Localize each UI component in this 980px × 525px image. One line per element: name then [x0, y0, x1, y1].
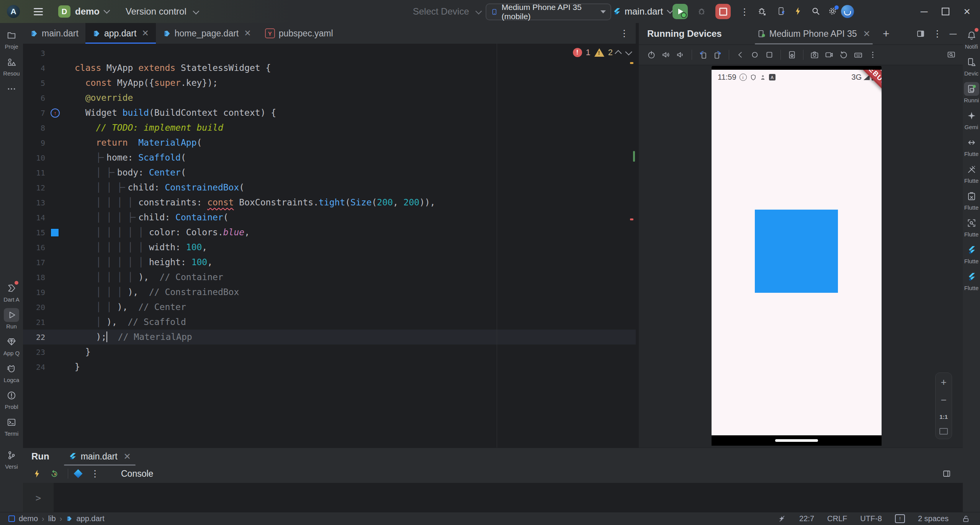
- code-line-14[interactable]: 14 │ │ │ ├╴child: Container(: [23, 210, 636, 225]
- reset-icon[interactable]: [839, 50, 848, 59]
- editor-tab-home_page.dart[interactable]: home_page.dart✕: [156, 23, 258, 44]
- right-stripe-item-notifi[interactable]: Notifi: [963, 28, 980, 50]
- unlock-icon[interactable]: [962, 515, 970, 523]
- vcs-change-stripe-mark[interactable]: [633, 151, 635, 162]
- debug-button[interactable]: [697, 7, 706, 16]
- left-stripe-item-versi[interactable]: Versi: [0, 448, 23, 470]
- project-selector[interactable]: D demo: [58, 5, 108, 18]
- split-panel-icon[interactable]: [916, 29, 925, 38]
- right-stripe-item-flutte[interactable]: Flutte: [963, 270, 980, 291]
- right-stripe-item-devic[interactable]: Devic: [963, 55, 980, 77]
- left-stripe-item-more[interactable]: [0, 82, 23, 96]
- inspections-widget[interactable]: ! 1 2: [573, 48, 631, 57]
- close-icon[interactable]: ✕: [124, 451, 131, 462]
- line-ending[interactable]: CRLF: [827, 514, 847, 523]
- code-line-9[interactable]: 9 return MaterialApp(: [23, 135, 636, 150]
- code-line-6[interactable]: 6 @override: [23, 90, 636, 105]
- devsettings-icon[interactable]: [787, 50, 797, 59]
- right-stripe-item-flutte[interactable]: Flutte: [963, 243, 980, 264]
- left-stripe-item-dart-a[interactable]: Dart A: [0, 281, 23, 303]
- more-actions-icon[interactable]: ⋮: [740, 7, 749, 17]
- console-tab[interactable]: Console: [121, 469, 153, 479]
- alertbox-icon[interactable]: !: [895, 514, 905, 523]
- console-output[interactable]: >: [23, 483, 963, 513]
- code-line-13[interactable]: 13 │ │ │ │ constraints: const BoxConstra…: [23, 195, 636, 210]
- settings-gear-icon[interactable]: [828, 7, 837, 16]
- breadcrumb-project[interactable]: demo: [19, 514, 38, 523]
- prev-issue-icon[interactable]: [615, 50, 622, 57]
- panel-options-icon[interactable]: ⋮: [933, 28, 942, 39]
- left-stripe-item-proje[interactable]: Proje: [0, 28, 23, 50]
- close-icon[interactable]: ✕: [142, 28, 149, 38]
- zoom-out-button[interactable]: −: [941, 395, 946, 405]
- close-button[interactable]: ×: [956, 0, 978, 23]
- code-line-5[interactable]: 5 const MyApp({super.key});: [23, 75, 636, 90]
- left-stripe-item-logca[interactable]: Logca: [0, 362, 23, 383]
- layout-icon[interactable]: [942, 469, 951, 478]
- right-stripe-item-gemi[interactable]: Gemi: [963, 109, 980, 130]
- breadcrumb-folder[interactable]: lib: [48, 514, 56, 523]
- editor-tab-pubspec.yaml[interactable]: Ypubspec.yaml: [258, 23, 340, 44]
- caret-position[interactable]: 22:7: [799, 514, 814, 523]
- code-line-22[interactable]: 22 ); // MaterialApp: [23, 330, 636, 345]
- rotateright-icon[interactable]: [713, 50, 722, 59]
- code-line-15[interactable]: 15 │ │ │ │ │ color: Colors.blue,: [23, 225, 636, 240]
- code-line-19[interactable]: 19 │ │ │ ), // ConstrainedBox: [23, 285, 636, 300]
- restore-button[interactable]: [935, 0, 956, 23]
- code-editor[interactable]: 34class MyApp extends StatelessWidget {5…: [23, 44, 636, 448]
- indent-setting[interactable]: 2 spaces: [918, 514, 949, 523]
- code-line-20[interactable]: 20 │ │ ), // Center: [23, 300, 636, 315]
- record-icon[interactable]: [825, 50, 834, 59]
- device-dropdown[interactable]: Medium Phone API 35 (mobile): [486, 3, 611, 20]
- right-stripe-item-flutte[interactable]: Flutte: [963, 162, 980, 184]
- code-line-7[interactable]: 7↑ Widget build(BuildContext context) {: [23, 105, 636, 120]
- code-line-8[interactable]: 8 // TODO: implement build: [23, 120, 636, 135]
- code-line-11[interactable]: 11 │ ├╴body: Center(: [23, 165, 636, 180]
- run-configuration[interactable]: main.dart: [613, 6, 671, 17]
- hide-panel-icon[interactable]: ─: [950, 28, 957, 40]
- avatar[interactable]: [841, 5, 854, 18]
- dart-vm-icon[interactable]: [75, 470, 82, 477]
- close-icon[interactable]: ✕: [244, 28, 251, 38]
- fit-to-window-button[interactable]: [939, 428, 948, 435]
- warning-stripe-mark[interactable]: [630, 62, 633, 64]
- code-line-18[interactable]: 18 │ │ │ │ ), // Container: [23, 270, 636, 285]
- code-line-24[interactable]: 24}: [23, 359, 636, 374]
- code-line-21[interactable]: 21 │ ), // Scaffold: [23, 315, 636, 330]
- right-stripe-item-flutte[interactable]: Flutte: [963, 189, 980, 211]
- stop-button[interactable]: [715, 4, 731, 19]
- code-line-4[interactable]: 4class MyApp extends StatelessWidget {: [23, 61, 636, 75]
- recents-icon[interactable]: [765, 50, 774, 59]
- camera-icon[interactable]: [810, 50, 819, 59]
- minimize-button[interactable]: ─: [913, 0, 935, 23]
- kebab-icon[interactable]: [868, 50, 877, 59]
- left-stripe-item-probl[interactable]: Probl: [0, 389, 23, 410]
- editor-tab-main.dart[interactable]: main.dart: [23, 23, 85, 44]
- emulator-device[interactable]: 11:59 i A 3G DEBUG: [712, 66, 882, 446]
- editor-tab-app.dart[interactable]: app.dart✕: [85, 23, 156, 44]
- encoding[interactable]: UTF-8: [860, 514, 882, 523]
- breadcrumb-file[interactable]: app.dart: [76, 514, 104, 523]
- code-line-3[interactable]: 3: [23, 46, 636, 61]
- left-stripe-item-termi[interactable]: Termi: [0, 415, 23, 437]
- power-icon[interactable]: [647, 50, 656, 59]
- hamburger-menu-icon[interactable]: [34, 8, 43, 15]
- select-device-dropdown[interactable]: Select Device: [413, 6, 480, 17]
- home-icon[interactable]: [750, 50, 759, 59]
- color-swatch-icon[interactable]: [51, 228, 64, 237]
- override-method-icon[interactable]: ↑: [51, 108, 64, 118]
- left-stripe-item-run[interactable]: Run: [0, 308, 23, 330]
- voldown-icon[interactable]: [676, 50, 685, 59]
- left-stripe-item-app-q[interactable]: App Q: [0, 335, 23, 356]
- left-stripe-item-resou[interactable]: Resou: [0, 55, 23, 77]
- attach-debugger-icon[interactable]: [777, 7, 786, 16]
- zoom-in-button[interactable]: +: [941, 377, 946, 387]
- code-line-10[interactable]: 10 ├╴home: Scaffold(: [23, 150, 636, 165]
- tab-options-icon[interactable]: ⋮: [620, 28, 629, 39]
- version-control-menu[interactable]: Version control: [126, 6, 197, 17]
- error-stripe-mark[interactable]: [630, 218, 633, 220]
- back-icon[interactable]: [736, 50, 745, 59]
- search-icon[interactable]: [811, 7, 820, 16]
- breadcrumb[interactable]: demo › lib › app.dart: [0, 514, 105, 523]
- add-device-icon[interactable]: +: [883, 27, 890, 40]
